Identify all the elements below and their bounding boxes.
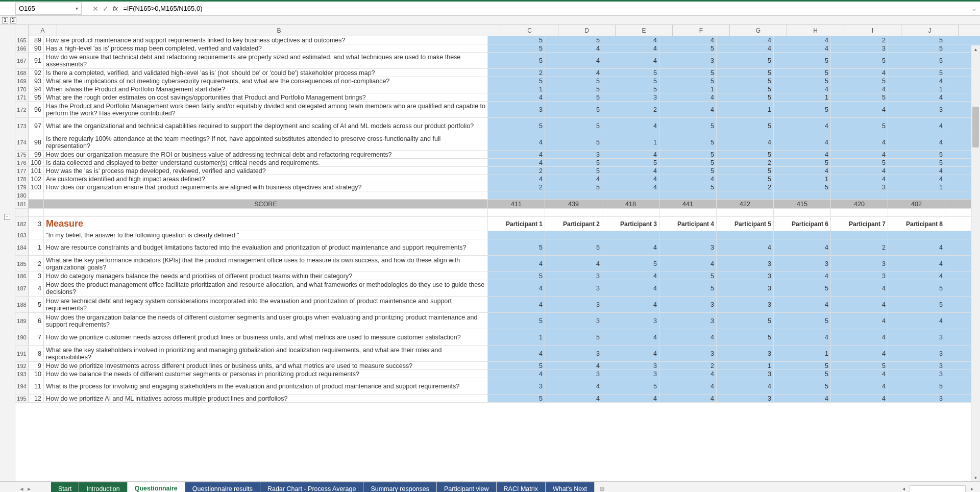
cell-a[interactable] <box>29 231 44 239</box>
hscroll-left-icon[interactable]: ◂ <box>899 486 908 491</box>
data-cell[interactable]: 4 <box>774 44 831 52</box>
data-cell[interactable]: 5 <box>545 183 602 191</box>
row-header[interactable]: 178 <box>15 175 29 183</box>
data-cell[interactable] <box>831 231 888 239</box>
column-header-I[interactable]: I <box>844 25 901 36</box>
data-cell[interactable]: 1 <box>717 362 774 370</box>
data-cell[interactable]: 5 <box>888 297 945 312</box>
spreadsheet-grid[interactable]: ABCDEFGHIJ 16589How are product maintena… <box>15 25 980 481</box>
data-cell[interactable]: 4 <box>488 175 545 183</box>
cell-a[interactable]: 89 <box>29 36 44 44</box>
data-cell[interactable]: 1 <box>774 175 831 183</box>
data-cell[interactable]: 5 <box>488 53 545 68</box>
data-cell[interactable]: 4 <box>717 44 774 52</box>
score-cell[interactable]: 415 <box>774 200 831 208</box>
cell-question[interactable]: When is/was the Product and Portfolio Ma… <box>44 85 488 93</box>
cell-a[interactable]: 97 <box>29 118 44 134</box>
data-cell[interactable]: 4 <box>659 378 717 394</box>
data-cell[interactable]: 4 <box>602 118 659 134</box>
data-cell[interactable]: 5 <box>717 118 774 134</box>
data-cell[interactable] <box>659 191 717 199</box>
row-header[interactable]: 165 <box>15 36 29 44</box>
data-cell[interactable]: 4 <box>717 378 774 394</box>
column-header-C[interactable]: C <box>501 25 558 36</box>
row-header[interactable]: 166 <box>15 44 29 52</box>
data-cell[interactable]: 4 <box>888 175 945 183</box>
data-cell[interactable]: 5 <box>659 77 717 85</box>
data-cell[interactable] <box>659 231 717 239</box>
data-cell[interactable]: 4 <box>488 297 545 312</box>
cell-question[interactable]: What are the organizational and technica… <box>44 118 488 134</box>
row-header[interactable]: 184 <box>15 239 29 255</box>
data-cell[interactable]: 5 <box>717 77 774 85</box>
sheet-tab-radar-chart---process-average[interactable]: Radar Chart - Process Average <box>260 482 363 492</box>
data-cell[interactable]: 3 <box>717 280 774 296</box>
cell-question[interactable]: How do we ensure that technical debt and… <box>44 53 488 68</box>
cell-a[interactable]: 12 <box>29 395 44 402</box>
data-cell[interactable]: 5 <box>545 102 602 117</box>
data-cell[interactable]: 4 <box>602 167 659 175</box>
data-cell[interactable]: 3 <box>888 362 945 370</box>
data-cell[interactable]: 4 <box>774 118 831 134</box>
data-cell[interactable]: 4 <box>545 69 602 77</box>
cell-question[interactable]: How do we prioritize investments across … <box>44 362 488 370</box>
cell-a[interactable]: 95 <box>29 93 44 101</box>
column-header-F[interactable]: F <box>673 25 730 36</box>
data-cell[interactable]: 3 <box>488 102 545 117</box>
data-cell[interactable]: 4 <box>717 36 774 44</box>
row-header[interactable]: 188 <box>15 297 29 312</box>
data-cell[interactable]: 4 <box>831 346 888 361</box>
data-cell[interactable]: 5 <box>774 77 831 85</box>
data-cell[interactable]: 4 <box>831 297 888 312</box>
data-cell[interactable]: 4 <box>831 69 888 77</box>
column-header-E[interactable]: E <box>616 25 673 36</box>
cell-a[interactable]: 93 <box>29 77 44 85</box>
data-cell[interactable]: 2 <box>488 167 545 175</box>
data-cell[interactable]: 3 <box>717 346 774 361</box>
cell-a[interactable]: 10 <box>29 370 44 378</box>
cell-a[interactable]: 7 <box>29 329 44 345</box>
data-cell[interactable]: 4 <box>774 167 831 175</box>
data-cell[interactable]: 4 <box>488 159 545 166</box>
data-cell[interactable]: 5 <box>831 93 888 101</box>
data-cell[interactable]: 5 <box>488 313 545 329</box>
cell-a[interactable]: 11 <box>29 378 44 394</box>
data-cell[interactable]: 5 <box>888 159 945 166</box>
data-cell[interactable]: 4 <box>774 239 831 255</box>
row-header[interactable]: 171 <box>15 93 29 101</box>
cell-a[interactable]: 4 <box>29 280 44 296</box>
data-cell[interactable]: 5 <box>488 36 545 44</box>
data-cell[interactable]: 5 <box>888 36 945 44</box>
data-cell[interactable]: 4 <box>831 378 888 394</box>
data-cell[interactable]: 1 <box>888 183 945 191</box>
data-cell[interactable]: 3 <box>602 313 659 329</box>
row-header[interactable]: 179 <box>15 183 29 191</box>
data-cell[interactable]: 4 <box>602 329 659 345</box>
column-header-D[interactable]: D <box>558 25 616 36</box>
data-cell[interactable]: 4 <box>545 53 602 68</box>
cell-question[interactable]: How does our organization measure the RO… <box>44 151 488 158</box>
formula-input[interactable] <box>120 5 968 12</box>
data-cell[interactable]: 4 <box>831 370 888 378</box>
data-cell[interactable]: 2 <box>717 183 774 191</box>
data-cell[interactable]: 1 <box>717 102 774 117</box>
data-cell[interactable]: 5 <box>774 370 831 378</box>
cell-question[interactable]: Is there regularly 100% attendance at th… <box>44 134 488 150</box>
row-header[interactable]: 167 <box>15 53 29 68</box>
data-cell[interactable]: 5 <box>488 77 545 85</box>
data-cell[interactable]: 5 <box>717 175 774 183</box>
fx-icon[interactable]: fx <box>113 5 118 12</box>
data-cell[interactable]: 5 <box>659 44 717 52</box>
score-cell[interactable]: 422 <box>717 200 774 208</box>
cell-question[interactable]: What are the rough order estimates on co… <box>44 93 488 101</box>
data-cell[interactable]: 2 <box>831 239 888 255</box>
data-cell[interactable]: 4 <box>659 395 717 402</box>
data-cell[interactable]: 2 <box>488 69 545 77</box>
cell-a[interactable]: 92 <box>29 69 44 77</box>
data-cell[interactable]: 4 <box>488 346 545 361</box>
cell-question[interactable]: How are resource constraints and budget … <box>44 239 488 255</box>
data-cell[interactable]: 3 <box>717 297 774 312</box>
cell-question[interactable]: What are the key stakeholders involved i… <box>44 346 488 361</box>
cell-a[interactable]: 8 <box>29 346 44 361</box>
data-cell[interactable]: 5 <box>602 378 659 394</box>
